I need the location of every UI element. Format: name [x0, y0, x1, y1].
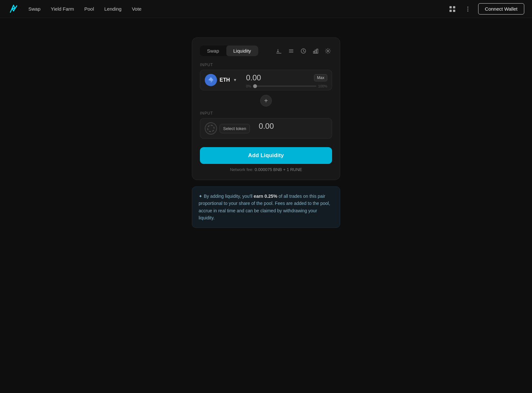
settings-icon-button[interactable]: [324, 47, 332, 55]
tab-group: Swap Liquidity: [200, 45, 258, 56]
tab-icons: [275, 47, 332, 55]
eth-amount-top: 0.00 Max: [246, 73, 327, 82]
svg-point-14: [327, 50, 329, 52]
nav-links: Swap Yield Farm Pool Lending Vote: [28, 6, 447, 12]
more-options-button[interactable]: [463, 4, 473, 14]
input-section-2: INPUT Select token 0.00: [200, 111, 332, 139]
eth-amount-wrapper: 0.00 Max 0% 100%: [241, 70, 332, 90]
tabs-row: Swap Liquidity: [200, 45, 332, 56]
eth-token-selector[interactable]: ETH ▼: [200, 70, 241, 90]
info-icon: ✦: [199, 194, 202, 199]
nav-pool[interactable]: Pool: [84, 6, 94, 12]
grid-icon-button[interactable]: [447, 4, 458, 14]
svg-rect-0: [449, 6, 452, 8]
navbar: Swap Yield Farm Pool Lending Vote Connec…: [0, 0, 532, 18]
eth-amount-value: 0.00: [246, 73, 261, 82]
nav-right: Connect Wallet: [447, 3, 524, 15]
svg-rect-13: [317, 49, 318, 53]
svg-point-5: [467, 8, 468, 9]
plus-divider: +: [200, 95, 332, 106]
nav-vote[interactable]: Vote: [132, 6, 142, 12]
connect-wallet-button[interactable]: Connect Wallet: [478, 3, 524, 15]
empty-token-avatar: [205, 122, 217, 135]
main-content: Swap Liquidity: [0, 18, 532, 228]
nav-swap[interactable]: Swap: [28, 6, 41, 12]
slider-row: 0% 100%: [246, 84, 327, 88]
slider-min-label: 0%: [246, 84, 251, 88]
info-text-before: By adding liquidity, you'll: [202, 194, 254, 199]
nav-yield-farm[interactable]: Yield Farm: [51, 6, 74, 12]
eth-chevron-icon: ▼: [233, 78, 237, 82]
plus-circle-button[interactable]: +: [260, 95, 272, 106]
eth-token-name: ETH: [220, 77, 230, 83]
token2-amount-wrapper: 0.00: [254, 118, 332, 139]
network-fee-label: Network fee:: [230, 167, 253, 172]
token2-amount-value: 0.00: [259, 122, 274, 131]
svg-rect-11: [313, 51, 315, 53]
input-section-1: INPUT ETH ▼: [200, 63, 332, 90]
eth-avatar: [205, 74, 217, 86]
history-icon-button[interactable]: [299, 47, 308, 55]
network-fee-value: 0.000075 BNB + 1 RUNE: [255, 167, 302, 172]
input-label-2: INPUT: [200, 111, 332, 116]
slider-max-label: 100%: [318, 84, 327, 88]
input-row-1: ETH ▼ 0.00 Max 0% 100%: [200, 70, 332, 90]
token2-amount-top: 0.00: [259, 122, 327, 131]
add-liquidity-button[interactable]: Add Liquidity: [200, 147, 332, 164]
svg-point-6: [467, 10, 468, 11]
network-fee: Network fee: 0.000075 BNB + 1 RUNE: [200, 167, 332, 172]
svg-rect-3: [453, 10, 455, 12]
input-label-1: INPUT: [200, 63, 332, 67]
input-row-2: Select token 0.00: [200, 118, 332, 139]
info-earn-highlight: earn 0.25%: [254, 194, 277, 199]
select-token-button[interactable]: Select token: [220, 124, 250, 133]
nav-lending[interactable]: Lending: [104, 6, 122, 12]
export-icon-button[interactable]: [275, 47, 283, 55]
svg-rect-1: [453, 6, 455, 8]
list-icon-button[interactable]: [287, 47, 295, 55]
chart-icon-button[interactable]: [311, 47, 320, 55]
liquidity-card: Swap Liquidity: [192, 37, 340, 180]
svg-rect-12: [315, 50, 316, 53]
select-token-selector[interactable]: Select token: [200, 118, 254, 139]
tab-liquidity[interactable]: Liquidity: [226, 45, 258, 56]
tab-swap[interactable]: Swap: [200, 45, 226, 56]
svg-rect-2: [449, 10, 452, 12]
info-box: ✦ By adding liquidity, you'll earn 0.25%…: [192, 186, 340, 228]
svg-point-4: [467, 6, 468, 7]
logo-icon: [8, 3, 19, 15]
eth-max-button[interactable]: Max: [314, 74, 327, 81]
amount-slider[interactable]: [253, 86, 316, 87]
